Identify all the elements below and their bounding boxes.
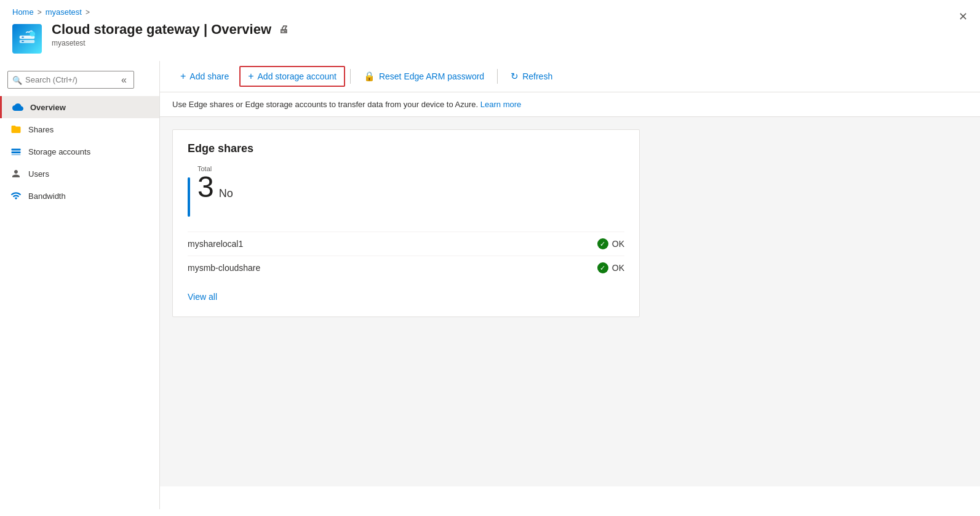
main-layout: 🔍 « Overview bbox=[0, 61, 980, 509]
page-header: Cloud storage gateway | Overview 🖨 myase… bbox=[0, 22, 980, 61]
add-share-plus-icon: + bbox=[180, 71, 186, 82]
sidebar-item-shares-label: Shares bbox=[28, 125, 54, 134]
sidebar-item-overview-label: Overview bbox=[30, 103, 66, 112]
share-name-0: mysharelocal1 bbox=[188, 239, 243, 249]
sidebar-item-storage-accounts[interactable]: Storage accounts bbox=[0, 140, 159, 163]
share-row-0: mysharelocal1 ✓ OK bbox=[188, 232, 624, 256]
sidebar-item-shares[interactable]: Shares bbox=[0, 118, 159, 140]
sidebar-item-storage-label: Storage accounts bbox=[28, 147, 90, 156]
sidebar-item-users-label: Users bbox=[28, 169, 49, 179]
add-share-button[interactable]: + Add share bbox=[172, 67, 237, 86]
reset-arm-label: Reset Edge ARM password bbox=[379, 71, 484, 81]
sidebar-search-wrapper: 🔍 « bbox=[0, 66, 159, 96]
total-number: 3 bbox=[197, 172, 214, 202]
breadcrumb: Home > myasetest > bbox=[0, 0, 980, 22]
add-storage-account-button[interactable]: + Add storage account bbox=[239, 66, 345, 87]
sidebar-item-bandwidth[interactable]: Bandwidth bbox=[0, 185, 159, 207]
total-suffix: No bbox=[219, 187, 233, 200]
refresh-button[interactable]: ↻ Refresh bbox=[503, 67, 560, 86]
breadcrumb-myasetest[interactable]: myasetest bbox=[46, 7, 82, 17]
page-icon bbox=[12, 24, 42, 54]
collapse-sidebar-button[interactable]: « bbox=[121, 75, 127, 86]
svg-rect-5 bbox=[12, 149, 21, 151]
svg-rect-3 bbox=[22, 41, 24, 42]
breadcrumb-sep1: > bbox=[38, 8, 42, 17]
sidebar-item-users[interactable]: Users bbox=[0, 163, 159, 185]
sidebar: 🔍 « Overview bbox=[0, 61, 160, 509]
refresh-label: Refresh bbox=[522, 71, 552, 81]
view-all-link[interactable]: View all bbox=[188, 292, 217, 302]
sidebar-search-container: 🔍 « bbox=[7, 71, 134, 89]
add-storage-label: Add storage account bbox=[258, 71, 337, 81]
user-icon bbox=[10, 167, 22, 180]
learn-more-link[interactable]: Learn more bbox=[480, 100, 521, 109]
add-share-label: Add share bbox=[189, 71, 229, 81]
wifi-icon bbox=[10, 190, 22, 202]
content-area: + Add share + Add storage account 🔒 Rese… bbox=[160, 61, 980, 509]
description-bar: Use Edge shares or Edge storage accounts… bbox=[160, 92, 980, 117]
total-bar-indicator bbox=[188, 177, 190, 217]
storage-icon bbox=[10, 145, 22, 158]
svg-rect-6 bbox=[12, 151, 21, 153]
reset-arm-icon: 🔒 bbox=[364, 71, 375, 82]
total-row: 3 No bbox=[197, 172, 233, 202]
toolbar-divider2 bbox=[497, 69, 498, 84]
breadcrumb-sep2: > bbox=[86, 8, 90, 17]
page-subtitle: myasetest bbox=[52, 39, 968, 47]
toolbar: + Add share + Add storage account 🔒 Rese… bbox=[160, 61, 980, 92]
share-row-1: mysmb-cloudshare ✓ OK bbox=[188, 256, 624, 280]
status-ok-icon-1: ✓ bbox=[597, 262, 608, 273]
shares-list: mysharelocal1 ✓ OK mysmb-cloudshare ✓ OK bbox=[188, 232, 624, 280]
svg-rect-2 bbox=[22, 37, 24, 38]
share-status-1: ✓ OK bbox=[597, 262, 624, 273]
add-storage-plus-icon: + bbox=[248, 71, 253, 82]
share-status-0: ✓ OK bbox=[597, 238, 624, 249]
edge-shares-card: Edge shares Total 3 No bbox=[172, 129, 640, 317]
sidebar-item-overview[interactable]: Overview bbox=[0, 96, 159, 118]
search-input[interactable] bbox=[7, 71, 134, 89]
card-title: Edge shares bbox=[188, 142, 624, 155]
total-content: Total 3 No bbox=[197, 165, 233, 202]
total-section: Total 3 No bbox=[188, 165, 624, 217]
svg-point-4 bbox=[30, 31, 35, 37]
folder-icon bbox=[10, 123, 22, 135]
status-ok-icon-0: ✓ bbox=[597, 238, 608, 249]
cloud-icon bbox=[12, 101, 24, 113]
close-button[interactable]: ✕ bbox=[958, 10, 968, 23]
search-icon: 🔍 bbox=[12, 75, 22, 84]
refresh-icon: ↻ bbox=[511, 71, 519, 82]
page-header-text: Cloud storage gateway | Overview 🖨 myase… bbox=[52, 22, 968, 47]
share-status-text-1: OK bbox=[612, 263, 624, 273]
share-name-1: mysmb-cloudshare bbox=[188, 263, 260, 273]
share-status-text-0: OK bbox=[612, 239, 624, 249]
toolbar-divider bbox=[350, 69, 351, 84]
svg-rect-7 bbox=[12, 155, 21, 156]
breadcrumb-home[interactable]: Home bbox=[12, 7, 34, 17]
page-title: Cloud storage gateway | Overview 🖨 bbox=[52, 22, 968, 38]
description-text: Use Edge shares or Edge storage accounts… bbox=[172, 100, 478, 109]
print-icon[interactable]: 🖨 bbox=[279, 24, 289, 35]
sidebar-item-bandwidth-label: Bandwidth bbox=[28, 191, 66, 201]
reset-arm-password-button[interactable]: 🔒 Reset Edge ARM password bbox=[356, 67, 492, 86]
content-body: Edge shares Total 3 No bbox=[160, 117, 980, 486]
